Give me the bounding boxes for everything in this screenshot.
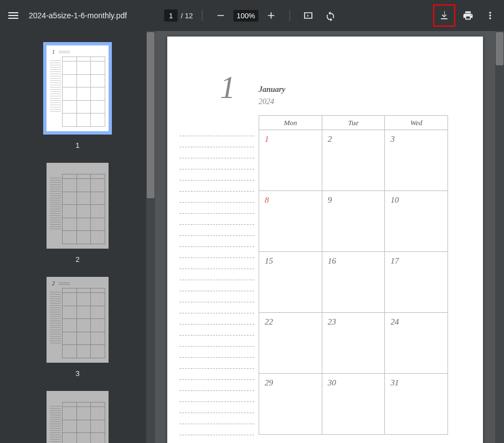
thumbnail-page-number: 1 xyxy=(75,141,79,150)
page-total-label: / 12 xyxy=(181,12,193,20)
note-line xyxy=(179,181,254,192)
calendar-day-cell: 8 xyxy=(259,191,322,252)
calendar-day-cell: 24 xyxy=(385,313,448,374)
thumbnail-page-number: 2 xyxy=(75,255,79,264)
page-thumbnail[interactable]: 1 xyxy=(43,42,112,135)
toolbar-divider xyxy=(289,10,290,21)
calendar-day-cell: 29 xyxy=(259,374,322,435)
calendar-day-cell: 2 xyxy=(322,130,385,191)
calendar-day-cell: 16 xyxy=(322,252,385,313)
thumbnail-sidebar: 112234 xyxy=(0,31,155,443)
note-line xyxy=(179,158,254,169)
pdf-page: 1 January 2024 MonTueWed1238910151617222… xyxy=(167,37,483,443)
note-line xyxy=(179,269,254,280)
calendar-day-header: Mon xyxy=(259,116,322,130)
note-line xyxy=(179,324,254,336)
calendar-day-cell: 3 xyxy=(385,130,448,191)
note-line xyxy=(179,214,254,225)
menu-button[interactable] xyxy=(0,2,27,29)
print-icon xyxy=(462,10,474,21)
page-thumbnail[interactable]: 2 xyxy=(47,277,109,363)
note-line xyxy=(179,380,254,391)
note-line xyxy=(179,247,254,258)
document-filename: 2024-a5size-1-6-monthly.pdf xyxy=(29,11,127,20)
calendar-day-cell: 23 xyxy=(322,313,385,374)
note-line xyxy=(179,302,254,313)
toolbar-divider xyxy=(202,10,202,21)
print-button[interactable] xyxy=(459,6,477,25)
note-line xyxy=(179,358,254,369)
download-button[interactable] xyxy=(435,6,454,25)
calendar-month-number: 1 xyxy=(220,70,235,105)
calendar-year: 2024 xyxy=(259,97,274,106)
zoom-level-display[interactable]: 100% xyxy=(233,10,258,22)
calendar-day-cell: 31 xyxy=(385,374,448,435)
note-line xyxy=(179,391,254,402)
note-line xyxy=(179,258,254,269)
note-line xyxy=(179,125,254,136)
note-line xyxy=(179,424,254,435)
note-line xyxy=(179,435,254,443)
sidebar-scrollbar-thumb[interactable] xyxy=(147,32,155,198)
calendar-day-cell: 22 xyxy=(259,313,322,374)
download-highlight xyxy=(433,4,455,27)
zoom-in-button[interactable] xyxy=(261,6,280,25)
calendar-day-cell: 15 xyxy=(259,252,322,313)
note-line xyxy=(179,336,254,347)
calendar-day-header: Tue xyxy=(322,116,385,130)
note-line xyxy=(179,147,254,158)
hamburger-icon xyxy=(7,9,20,22)
pdf-content-area[interactable]: 1 January 2024 MonTueWed1238910151617222… xyxy=(155,31,504,443)
fit-page-button[interactable] xyxy=(299,6,317,25)
zoom-out-button[interactable] xyxy=(211,6,230,25)
fit-page-icon xyxy=(302,10,313,21)
calendar-day-cell: 17 xyxy=(385,252,448,313)
note-line xyxy=(179,136,254,147)
calendar-day-cell: 10 xyxy=(385,191,448,252)
content-scrollbar-thumb[interactable] xyxy=(496,32,503,65)
calendar-month-name: January xyxy=(259,85,285,94)
page-number-input[interactable] xyxy=(164,9,178,22)
thumbnail-page-number: 3 xyxy=(75,369,79,378)
rotate-icon xyxy=(325,10,336,21)
calendar-notes-area xyxy=(179,125,254,443)
note-line xyxy=(179,236,254,247)
calendar-day-cell: 1 xyxy=(259,130,322,191)
note-line xyxy=(179,280,254,291)
download-icon xyxy=(439,10,450,21)
calendar-day-header: Wed xyxy=(385,116,448,130)
calendar-day-cell: 30 xyxy=(322,374,385,435)
note-line xyxy=(179,225,254,236)
content-scrollbar-track[interactable] xyxy=(495,31,504,443)
note-line xyxy=(179,169,254,181)
more-vert-icon xyxy=(485,10,496,21)
note-line xyxy=(179,203,254,214)
more-actions-button[interactable] xyxy=(481,6,500,25)
note-line xyxy=(179,402,254,413)
pdf-toolbar: 2024-a5size-1-6-monthly.pdf / 12 100% xyxy=(0,0,504,31)
plus-icon xyxy=(265,10,276,21)
calendar-day-cell: 9 xyxy=(322,191,385,252)
calendar-grid: MonTueWed1238910151617222324293031 xyxy=(259,115,448,435)
page-thumbnail[interactable] xyxy=(47,163,109,249)
note-line xyxy=(179,369,254,380)
note-line xyxy=(179,313,254,324)
note-line xyxy=(179,291,254,302)
note-line xyxy=(179,413,254,424)
minus-icon xyxy=(215,10,226,21)
note-line xyxy=(179,192,254,203)
page-thumbnail[interactable] xyxy=(47,391,109,443)
note-line xyxy=(179,347,254,358)
sidebar-scrollbar-track[interactable] xyxy=(146,31,155,443)
rotate-button[interactable] xyxy=(321,6,340,25)
